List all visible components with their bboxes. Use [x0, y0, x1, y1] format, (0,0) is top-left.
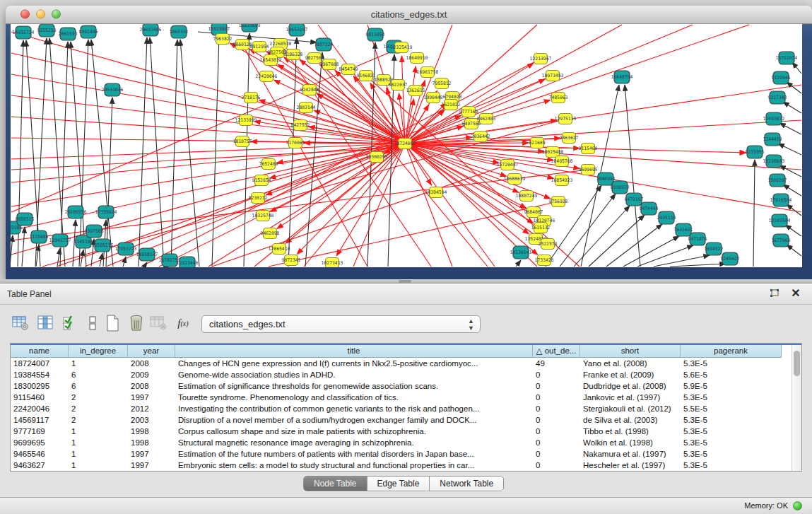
table-cell[interactable]: 0: [533, 369, 580, 380]
graph-edge[interactable]: [366, 76, 579, 267]
table-cell[interactable]: 0: [533, 437, 580, 448]
graph-node[interactable]: 12093872: [763, 112, 785, 125]
graph-node[interactable]: 10688639: [504, 174, 526, 185]
table-selector-dropdown[interactable]: citations_edges.txt ▲▼: [201, 315, 481, 333]
graph-node[interactable]: 17957223: [115, 243, 137, 255]
table-row[interactable]: 1830029562008Estimation of significance …: [11, 380, 792, 392]
graph-node[interactable]: 8230212: [249, 193, 268, 204]
column-header-in_degree[interactable]: in_degree: [69, 345, 128, 358]
table-cell[interactable]: 5.3E-5: [681, 437, 782, 448]
graph-node[interactable]: 9155259: [37, 24, 57, 37]
graph-node[interactable]: 17016504: [770, 194, 792, 206]
graph-node[interactable]: 10653247: [286, 24, 308, 36]
citation-network-graph[interactable]: 1405572491552592061553899140620691406106…: [11, 24, 802, 267]
graph-edge[interactable]: [60, 42, 68, 267]
delete-table-icon[interactable]: [150, 314, 168, 332]
table-cell[interactable]: 1: [69, 460, 128, 471]
graph-node[interactable]: 1115686: [30, 230, 49, 243]
table-cell[interactable]: Estimation of the future numbers of pati…: [175, 448, 533, 460]
graph-edge[interactable]: [637, 245, 693, 267]
table-cell[interactable]: 9699695: [11, 437, 69, 448]
graph-node[interactable]: 9474444: [640, 202, 659, 215]
table-cell[interactable]: 5.3E-5: [681, 414, 782, 426]
tab-edge-table[interactable]: Edge Table: [367, 477, 430, 491]
tab-node-table[interactable]: Node Table: [304, 477, 367, 491]
column-header-short[interactable]: short: [580, 345, 681, 358]
table-cell[interactable]: Tibbo et al. (1998): [580, 426, 681, 437]
column-header-name[interactable]: name: [11, 345, 69, 358]
table-cell[interactable]: 1: [69, 358, 128, 369]
graph-node[interactable]: 1694522: [705, 243, 724, 255]
graph-node[interactable]: 2061553: [59, 28, 78, 40]
graph-edge[interactable]: [670, 264, 726, 267]
table-cell[interactable]: 5.5E-5: [681, 403, 782, 414]
show-columns-icon[interactable]: [37, 314, 55, 332]
graph-edge[interactable]: [57, 248, 60, 267]
graph-edge[interactable]: [405, 144, 538, 255]
graph-node[interactable]: 9072341: [282, 255, 301, 266]
table-cell[interactable]: 2: [69, 414, 128, 426]
graph-node[interactable]: 2967608: [320, 59, 339, 70]
graph-node[interactable]: 9152654: [252, 175, 271, 186]
graph-node[interactable]: 9699695: [579, 165, 598, 175]
table-cell[interactable]: de Silva et al. (2003): [580, 414, 681, 426]
graph-node[interactable]: 14136141: [510, 246, 532, 259]
table-cell[interactable]: Wolkin et al. (1998): [580, 437, 681, 448]
graph-node[interactable]: 2803144: [297, 103, 316, 113]
graph-node[interactable]: 20206556: [65, 206, 87, 218]
graph-node[interactable]: 1462403: [477, 114, 496, 124]
graph-node[interactable]: 15751074: [776, 52, 798, 64]
graph-edge[interactable]: [212, 37, 219, 267]
table-cell[interactable]: 0: [533, 403, 580, 414]
graph-node[interactable]: 12975115: [555, 114, 577, 124]
table-cell[interactable]: 1998: [128, 426, 175, 437]
graph-edge[interactable]: [11, 144, 405, 182]
graph-node[interactable]: 1990448: [424, 93, 443, 103]
graph-node[interactable]: 15720407: [497, 160, 519, 170]
graph-edge[interactable]: [787, 82, 801, 93]
window-titlebar[interactable]: citations_edges.txt: [6, 6, 812, 24]
graph-edge[interactable]: [779, 123, 801, 134]
graph-node[interactable]: 7652403: [259, 159, 278, 170]
graph-edge[interactable]: [405, 25, 749, 144]
table-cell[interactable]: 2008: [128, 380, 175, 392]
graph-node[interactable]: 8991406: [79, 25, 98, 38]
graph-node[interactable]: 7955812: [433, 78, 452, 89]
graph-node[interactable]: 9242848: [300, 85, 319, 95]
table-cell[interactable]: Structural magnetic resonance image aver…: [175, 437, 533, 448]
graph-edge[interactable]: [11, 144, 405, 206]
graph-edge[interactable]: [792, 62, 801, 74]
table-cell[interactable]: Tourette syndrome. Phenomenology and cla…: [175, 392, 533, 403]
table-row[interactable]: 946554611997Estimation of the future num…: [11, 448, 792, 460]
graph-edge[interactable]: [123, 257, 126, 267]
column-header-pagerank[interactable]: pagerank: [681, 345, 782, 358]
table-cell[interactable]: 2: [69, 403, 128, 414]
table-cell[interactable]: 9465546: [11, 448, 69, 460]
graph-node[interactable]: 20533846: [102, 83, 124, 96]
graph-edge[interactable]: [11, 95, 405, 144]
graph-node[interactable]: 7857224: [314, 38, 334, 51]
divider-grip-icon[interactable]: [399, 280, 411, 283]
tab-network-table[interactable]: Network Table: [430, 477, 503, 491]
table-cell[interactable]: Yano et al. (2008): [580, 358, 681, 369]
graph-node[interactable]: 8471876: [688, 233, 707, 245]
graph-node[interactable]: 7963822: [213, 34, 233, 45]
table-cell[interactable]: Stergiakouli et al. (2012): [580, 403, 681, 414]
graph-node[interactable]: 8850515: [16, 213, 35, 226]
float-window-icon[interactable]: [768, 288, 781, 300]
graph-node[interactable]: 9462098: [261, 228, 280, 239]
table-cell[interactable]: 1997: [128, 448, 175, 460]
table-cell[interactable]: 18300295: [11, 380, 69, 392]
table-row[interactable]: 2242004622012Investigating the contribut…: [11, 403, 792, 414]
function-builder-icon[interactable]: f(x): [174, 314, 192, 332]
graph-node[interactable]: 20691406: [140, 24, 162, 36]
table-cell[interactable]: 14569117: [11, 414, 69, 426]
table-cell[interactable]: 0: [533, 414, 580, 426]
graph-node[interactable]: 1677060: [772, 234, 791, 247]
scrollbar-thumb[interactable]: [794, 351, 800, 376]
table-cell[interactable]: 9463627: [11, 460, 69, 471]
graph-edge[interactable]: [783, 102, 801, 113]
table-cell[interactable]: Estimation of significance thresholds fo…: [175, 380, 533, 392]
graph-node[interactable]: 1810755: [233, 136, 252, 147]
table-cell[interactable]: 9777169: [11, 426, 69, 437]
